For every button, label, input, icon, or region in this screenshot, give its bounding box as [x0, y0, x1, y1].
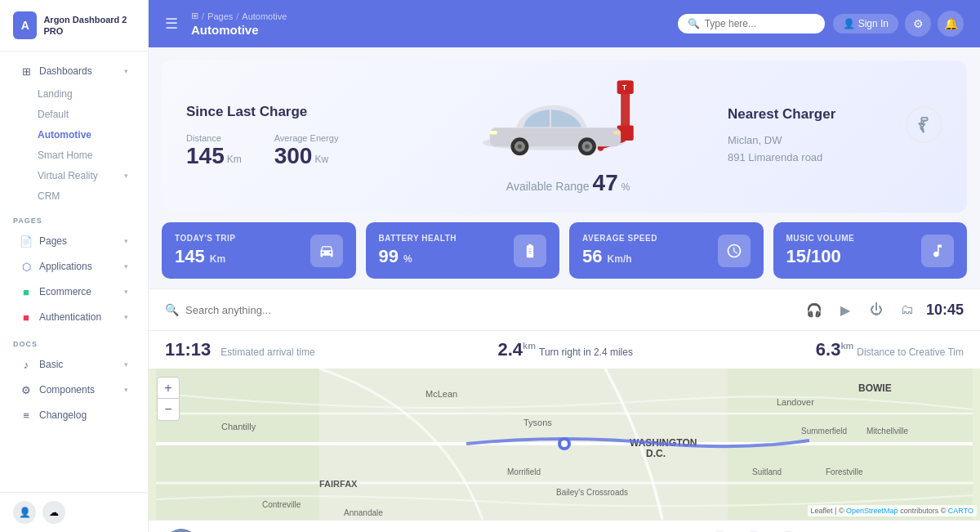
svg-text:Suitland: Suitland [752, 467, 782, 476]
nav-time: 10:45 [926, 302, 964, 319]
turn-direction: Turn right in 2.4 miles [539, 346, 633, 358]
sidebar-item-components[interactable]: ⚙ Components ▾ [7, 378, 141, 402]
folder-icon[interactable]: 🗂 [895, 297, 920, 322]
play-icon[interactable]: ▶ [833, 297, 858, 322]
breadcrumb-pages[interactable]: Pages [207, 11, 233, 21]
sidebar: A Argon Dashboard 2 PRO ⊞ Dashboards ▾ L… [0, 0, 149, 532]
sidebar-brand: A Argon Dashboard 2 PRO [0, 0, 148, 51]
energy-unit: Kw [314, 154, 328, 165]
nav-info: 🎧 ▶ ⏻ 🗂 10:45 [802, 297, 964, 322]
nav-search[interactable]: 🔍 [165, 303, 349, 316]
svg-text:Chantilly: Chantilly [221, 422, 256, 431]
sidebar-item-label: Dashboards [39, 65, 92, 77]
map-container: McLean Tysons Chantilly WASHINGTON D.C. … [149, 369, 980, 520]
svg-point-13 [585, 145, 590, 150]
available-range: Available Range 47 % [506, 170, 630, 196]
stats-row: TODAY'S TRIP 145 Km BATTERY HEALTH [149, 212, 980, 288]
svg-text:McLean: McLean [425, 389, 457, 399]
chevron-down-icon: ▾ [124, 386, 128, 394]
sidebar-item-applications[interactable]: ⬡ Applications ▾ [7, 254, 141, 279]
available-range-label: Available Range [506, 180, 590, 193]
trip-bar: 11:13 Estimated arrival time 2.4km Turn … [149, 331, 980, 369]
svg-point-41 [165, 529, 198, 532]
sidebar-item-virtual-reality[interactable]: Virtual Reality▾ [7, 166, 141, 186]
sidebar-item-changelog[interactable]: ≡ Changelog [7, 403, 141, 427]
breadcrumb: ⊞ / Pages / Automotive [191, 11, 287, 21]
nav-search-icon: 🔍 [165, 303, 179, 316]
svg-text:T: T [622, 84, 626, 92]
svg-point-40 [561, 440, 568, 447]
breadcrumb-automotive: Automotive [242, 11, 287, 21]
sign-in-button[interactable]: 👤 Sign In [833, 14, 898, 34]
sidebar-navigation: ⊞ Dashboards ▾ Landing Default Automotiv… [0, 51, 148, 492]
sidebar-item-landing[interactable]: Landing [7, 84, 141, 104]
zoom-out-button[interactable]: − [158, 399, 179, 420]
search-icon: 🔍 [688, 18, 700, 29]
battery-icon [514, 235, 546, 267]
chevron-down-icon: ▾ [124, 313, 128, 321]
applications-icon: ⬡ [20, 260, 33, 273]
sidebar-item-smart-home[interactable]: Smart Home [7, 145, 141, 165]
sidebar-item-ecommerce[interactable]: ■ Ecommerce ▾ [7, 279, 141, 304]
map-credit: Leaflet | © OpenStreetMap contributors ©… [808, 505, 977, 516]
svg-text:Bailey's Crossroads: Bailey's Crossroads [556, 488, 628, 497]
sidebar-item-label: Components [39, 384, 95, 396]
todays-trip-label: TODAY'S TRIP [175, 234, 236, 243]
sidebar-item-default[interactable]: Default [7, 105, 141, 124]
svg-text:Mitchellville: Mitchellville [866, 427, 909, 436]
battery-health-value: 99 [379, 246, 399, 266]
since-last-charge-card: Since Last Charge Distance 145 Km Averag… [162, 60, 967, 212]
sidebar-bottom: 👤 ☁ [0, 492, 148, 532]
svg-text:Tysons: Tysons [523, 418, 552, 427]
svg-text:Landover: Landover [777, 397, 814, 407]
user-icon: 👤 [843, 18, 855, 29]
average-speed-card: AVERAGE SPEED 56 Km/h [569, 222, 764, 279]
sidebar-item-basic[interactable]: ♪ Basic ▾ [7, 352, 141, 377]
energy-stat: Average Energy 300 Kw [274, 133, 339, 169]
sidebar-item-pages[interactable]: 📄 Pages ▾ [7, 229, 141, 253]
sidebar-item-crm[interactable]: CRM [7, 186, 141, 206]
ecommerce-icon: ■ [20, 285, 33, 298]
zoom-in-button[interactable]: + [158, 378, 179, 399]
notifications-button[interactable]: 🔔 [938, 11, 964, 37]
average-speed-value: 56 [582, 246, 602, 266]
brand-name: Argon Dashboard 2 PRO [43, 14, 135, 38]
sidebar-item-dashboards[interactable]: ⊞ Dashboards ▾ [7, 59, 141, 83]
hamburger-menu-icon[interactable]: ☰ [165, 15, 178, 33]
svg-text:Morrifield: Morrifield [507, 467, 541, 476]
svg-text:Summerfield: Summerfield [801, 427, 847, 436]
search-input[interactable] [705, 18, 815, 29]
cloud-icon[interactable]: ☁ [42, 501, 65, 524]
user-avatar[interactable]: 👤 [13, 501, 36, 524]
svg-rect-16 [921, 118, 927, 121]
pages-section-label: PAGES [0, 207, 148, 228]
battery-health-card: BATTERY HEALTH 99 % [366, 222, 560, 279]
headphone-icon[interactable]: 🎧 [802, 297, 826, 322]
power-icon[interactable]: ⏻ [864, 297, 889, 322]
todays-trip-card: TODAY'S TRIP 145 Km [162, 222, 356, 279]
music-icon: ♪ [20, 358, 33, 371]
svg-text:Contreville: Contreville [262, 500, 301, 509]
music-avatar [165, 529, 198, 532]
car-icon [310, 235, 343, 267]
music-player: You're Mines Still (feat Drake) Yung Ble… [149, 520, 980, 532]
pages-icon: 📄 [20, 235, 33, 248]
average-speed-label: AVERAGE SPEED [582, 234, 657, 243]
distance-label: Distance [186, 133, 242, 143]
dest-distance: 6.3km [816, 339, 854, 360]
chevron-right-icon: ▾ [124, 172, 128, 180]
arrival-time: 11:13 [165, 339, 211, 360]
nav-search-input[interactable] [185, 304, 349, 316]
sidebar-item-authentication[interactable]: ■ Authentication ▾ [7, 305, 141, 329]
settings-button[interactable]: ⚙ [905, 11, 931, 37]
battery-health-label: BATTERY HEALTH [379, 234, 457, 243]
svg-rect-14 [489, 131, 497, 135]
svg-text:Annandale: Annandale [344, 508, 383, 517]
energy-value: 300 [274, 143, 313, 169]
available-range-value: 47 [593, 170, 618, 196]
music-volume-value: 15/100 [786, 246, 841, 266]
sidebar-item-automotive[interactable]: Automotive [7, 125, 141, 145]
search-bar[interactable]: 🔍 [678, 14, 825, 34]
speed-icon [718, 235, 751, 267]
distance-value: 145 [186, 143, 225, 169]
